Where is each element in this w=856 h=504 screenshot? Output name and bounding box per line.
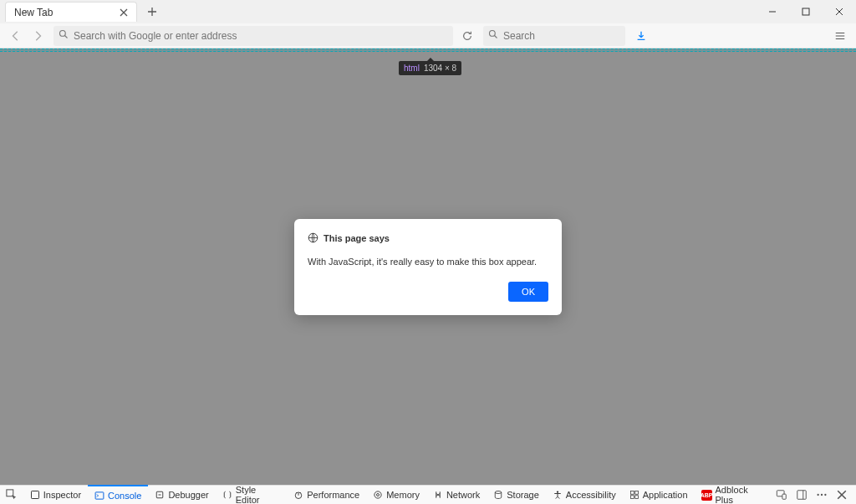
devtools-tab-storage[interactable]: Storage	[487, 486, 546, 504]
svg-point-1	[60, 31, 66, 37]
svg-point-20	[817, 494, 818, 496]
svg-point-21	[821, 494, 823, 496]
svg-point-10	[377, 494, 380, 496]
dialog-title: This page says	[324, 233, 390, 243]
search-input[interactable]	[503, 30, 629, 42]
browser-tab[interactable]: New Tab	[5, 2, 137, 22]
devtools-tab-performance[interactable]: Performance	[287, 486, 366, 504]
tab-title: New Tab	[14, 7, 53, 18]
svg-point-2	[490, 31, 496, 37]
svg-point-12	[557, 491, 558, 493]
devtools-tab-inspector[interactable]: Inspector	[23, 486, 88, 504]
element-picker-button[interactable]	[0, 489, 23, 501]
devtools-close-button[interactable]	[833, 486, 851, 503]
search-icon	[59, 29, 69, 42]
alert-backdrop: This page says With JavaScript, it's rea…	[0, 48, 856, 485]
address-bar[interactable]	[54, 26, 453, 46]
new-tab-button[interactable]	[142, 2, 162, 22]
devtools-tab-console[interactable]: Console	[88, 485, 148, 504]
search-bar[interactable]	[483, 26, 625, 46]
devtools-tab-application[interactable]: Application	[623, 486, 695, 504]
devtools-tab-debugger[interactable]: Debugger	[148, 486, 215, 504]
ok-button[interactable]: OK	[508, 282, 548, 302]
minimize-button[interactable]	[756, 0, 789, 23]
devtools-tab-memory[interactable]: Memory	[366, 486, 426, 504]
close-tab-button[interactable]	[118, 7, 130, 18]
svg-rect-5	[31, 491, 38, 499]
devtools-tab-style-editor[interactable]: Style Editor	[216, 486, 287, 504]
globe-icon	[308, 232, 318, 245]
svg-point-22	[824, 494, 826, 496]
svg-rect-16	[634, 496, 638, 499]
svg-rect-6	[95, 491, 104, 498]
svg-rect-13	[630, 491, 634, 495]
dock-side-button[interactable]	[792, 486, 811, 503]
close-window-button[interactable]	[823, 0, 856, 23]
svg-rect-18	[782, 494, 786, 499]
reload-button[interactable]	[458, 27, 476, 45]
svg-point-9	[374, 491, 381, 498]
devtools-tab-network[interactable]: Network	[426, 486, 487, 504]
svg-rect-19	[797, 491, 807, 500]
search-icon	[488, 29, 498, 42]
alert-dialog: This page says With JavaScript, it's rea…	[294, 219, 562, 315]
svg-rect-0	[802, 8, 809, 15]
svg-point-11	[496, 491, 502, 494]
svg-rect-14	[634, 491, 638, 495]
devtools-more-button[interactable]	[813, 486, 831, 503]
responsive-design-button[interactable]	[772, 486, 791, 503]
back-button[interactable]	[7, 27, 25, 45]
dialog-message: With JavaScript, it's really easy to mak…	[308, 257, 548, 267]
devtools-tab-accessibility[interactable]: Accessibility	[546, 486, 623, 504]
maximize-button[interactable]	[789, 0, 823, 23]
abp-icon: ABP	[701, 490, 712, 501]
app-menu-button[interactable]	[831, 27, 849, 45]
forward-button[interactable]	[28, 27, 47, 45]
downloads-button[interactable]	[632, 27, 650, 45]
url-input[interactable]	[74, 30, 448, 42]
svg-rect-15	[630, 496, 634, 499]
devtools-tab-adblock-plus[interactable]: ABPAdblock Plus	[695, 486, 772, 504]
